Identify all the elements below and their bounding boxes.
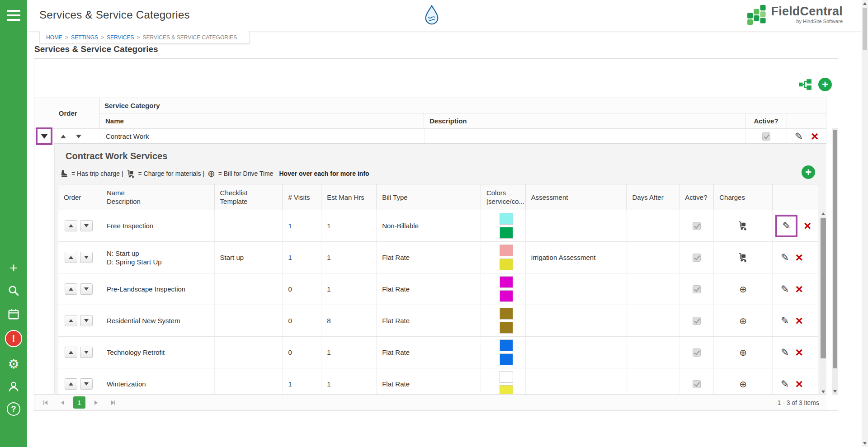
first-page-button[interactable]: [39, 396, 52, 409]
edit-service-button[interactable]: ✎: [781, 379, 789, 389]
scrollbar-thumb[interactable]: [833, 130, 837, 368]
edit-service-button[interactable]: ✎: [781, 284, 789, 294]
scroll-down-arrow[interactable]: [862, 440, 868, 447]
legend-hint: Hover over each for more info: [279, 170, 369, 177]
move-down-button[interactable]: [80, 283, 93, 295]
materials-charge-icon[interactable]: [738, 253, 748, 262]
active-checkbox[interactable]: [693, 254, 701, 262]
panel-toolbar: +: [798, 78, 832, 91]
actions-cell: ✎ ×: [773, 210, 818, 241]
materials-charge-icon[interactable]: [738, 221, 748, 231]
category-grid: Order Service Category Name Description …: [34, 98, 826, 144]
services-table-scrollbar[interactable]: [820, 210, 826, 395]
service-color-swatch: [500, 371, 513, 383]
calendar-icon: [8, 308, 19, 320]
breadcrumb-settings[interactable]: SETTINGS: [71, 34, 98, 41]
move-up-button[interactable]: [65, 315, 77, 326]
previous-page-button[interactable]: [56, 396, 69, 409]
drive-time-charge-icon[interactable]: ⊕: [739, 316, 747, 325]
pencil-icon: ✎: [781, 283, 789, 295]
water-drop-logo: [423, 5, 440, 27]
delete-service-button[interactable]: ×: [796, 379, 803, 389]
move-category-up-button[interactable]: [60, 134, 67, 139]
delete-service-button[interactable]: ×: [804, 221, 811, 231]
move-down-button[interactable]: [80, 315, 93, 326]
next-page-button[interactable]: [90, 396, 103, 409]
gear-icon: ⚙: [8, 358, 19, 371]
move-up-button[interactable]: [65, 220, 77, 231]
edit-service-button[interactable]: ✎: [782, 221, 790, 231]
calendar-button[interactable]: [0, 304, 27, 324]
edit-service-button[interactable]: ✎: [781, 348, 789, 358]
arrow-up-icon: [69, 224, 73, 227]
delete-x-icon: ×: [811, 129, 818, 143]
secondary-color-swatch: [500, 385, 513, 395]
move-down-button[interactable]: [80, 378, 93, 390]
settings-button[interactable]: ⚙: [0, 354, 27, 374]
search-button[interactable]: [0, 281, 27, 301]
page-scrollbar[interactable]: [862, 0, 868, 447]
scroll-up-arrow[interactable]: [820, 210, 826, 217]
add-button[interactable]: +: [0, 258, 27, 278]
visits-cell: 1: [283, 242, 321, 273]
order-cell: [58, 210, 101, 241]
scroll-down-arrow[interactable]: [832, 388, 838, 395]
active-checkbox[interactable]: [693, 348, 701, 357]
breadcrumb-home[interactable]: HOME: [46, 34, 62, 41]
collapse-detail-button[interactable]: [36, 127, 52, 145]
skip-first-icon: [42, 400, 48, 406]
move-category-down-button[interactable]: [75, 134, 82, 139]
menu-button[interactable]: [0, 5, 27, 25]
breadcrumb: HOME > SETTINGS > SERVICES > SERVICES & …: [39, 31, 250, 44]
colors-column-header: Colors[service/co...: [481, 184, 526, 210]
secondary-color-swatch: [500, 227, 513, 239]
edit-service-button[interactable]: ✎: [781, 316, 789, 326]
delete-category-button[interactable]: ×: [811, 132, 818, 141]
active-checkbox[interactable]: [693, 380, 701, 388]
panel-scrollbar[interactable]: [832, 128, 838, 395]
last-page-button[interactable]: [107, 396, 120, 409]
plus-icon: +: [822, 79, 828, 90]
edit-category-button[interactable]: ✎: [795, 132, 803, 141]
scroll-up-arrow[interactable]: [862, 0, 868, 7]
days-after-cell: [627, 337, 680, 368]
assessment-column-header: Assessment: [526, 184, 627, 210]
move-down-button[interactable]: [80, 220, 93, 231]
est-man-hrs-cell: 1: [321, 210, 377, 241]
arrow-up-icon: [69, 382, 73, 386]
arrow-down-icon: [84, 287, 89, 291]
move-up-button[interactable]: [65, 347, 77, 358]
delete-service-button[interactable]: ×: [796, 253, 803, 263]
scrollbar-thumb[interactable]: [821, 218, 826, 358]
scrollbar-thumb[interactable]: [863, 8, 867, 50]
help-button[interactable]: ?: [0, 399, 27, 419]
drive-time-charge-icon[interactable]: ⊕: [739, 380, 747, 389]
active-checkbox[interactable]: [693, 317, 701, 325]
expand-all-button[interactable]: [798, 79, 812, 90]
move-down-button[interactable]: [80, 252, 93, 263]
delete-service-button[interactable]: ×: [796, 348, 803, 358]
drive-time-charge-icon[interactable]: ⊕: [739, 285, 747, 294]
move-up-button[interactable]: [65, 378, 77, 390]
edit-service-button[interactable]: ✎: [781, 253, 789, 263]
delete-service-button[interactable]: ×: [796, 284, 803, 294]
page-1-button[interactable]: 1: [73, 396, 85, 409]
breadcrumb-services[interactable]: SERVICES: [107, 34, 134, 41]
breadcrumb-current: SERVICES & SERVICE CATEGORIES: [143, 34, 237, 41]
active-checkbox[interactable]: [693, 222, 701, 230]
add-category-button[interactable]: +: [818, 78, 832, 91]
alerts-button[interactable]: !: [0, 329, 27, 348]
move-up-button[interactable]: [65, 283, 77, 295]
account-button[interactable]: [0, 376, 27, 396]
active-checkbox[interactable]: [762, 132, 770, 141]
move-down-button[interactable]: [80, 347, 93, 358]
add-service-button[interactable]: +: [802, 165, 815, 179]
delete-service-button[interactable]: ×: [796, 316, 803, 326]
pagination-bar: 1 1 - 3 of 3 items: [34, 394, 826, 410]
active-checkbox[interactable]: [693, 285, 701, 293]
arrow-down-icon: [84, 224, 89, 227]
drive-time-charge-icon[interactable]: ⊕: [739, 348, 747, 357]
active-column-header: Active?: [745, 113, 787, 128]
move-up-button[interactable]: [65, 252, 77, 263]
charges-cell: ⊕: [714, 368, 773, 395]
